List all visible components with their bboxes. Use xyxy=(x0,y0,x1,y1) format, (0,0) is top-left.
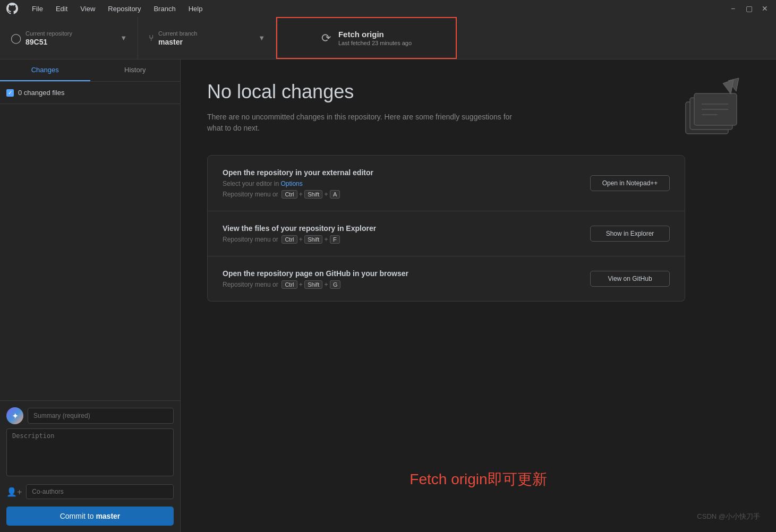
show-explorer-card: View the files of your repository in Exp… xyxy=(207,211,685,256)
view-github-title: Open the repository page on GitHub in yo… xyxy=(223,269,408,278)
branch-icon: ⑂ xyxy=(149,33,154,43)
view-github-card: Open the repository page on GitHub in yo… xyxy=(207,256,685,302)
open-editor-text: Open the repository in your external edi… xyxy=(223,168,373,198)
minimize-button[interactable]: − xyxy=(728,4,738,13)
annotation-text: Fetch origin即可更新 xyxy=(410,469,547,490)
menu-file[interactable]: File xyxy=(27,3,48,15)
open-editor-desc: Select your editor in Options xyxy=(223,180,373,187)
main-content: No local changes There are no uncommitte… xyxy=(181,59,776,532)
close-button[interactable]: ✕ xyxy=(760,4,770,13)
repo-name: 89C51 xyxy=(25,38,72,46)
commit-button[interactable]: Commit to master xyxy=(6,507,174,526)
description-input[interactable] xyxy=(6,428,174,476)
repo-dropdown-icon: ▼ xyxy=(120,34,127,42)
tab-history[interactable]: History xyxy=(90,59,181,81)
github-logo-icon xyxy=(6,3,18,14)
file-list xyxy=(0,104,180,400)
action-cards: Open the repository in your external edi… xyxy=(207,155,685,302)
select-all-checkbox[interactable] xyxy=(6,89,14,97)
commit-form-row: ✦ xyxy=(6,407,174,424)
avatar-symbol: ✦ xyxy=(12,411,19,421)
shift-key: Shift xyxy=(304,190,322,199)
ctrl-key-3: Ctrl xyxy=(282,280,297,289)
illustration xyxy=(670,75,744,139)
show-explorer-shortcut: Repository menu or Ctrl + Shift + F xyxy=(223,236,376,243)
open-editor-title: Open the repository in your external edi… xyxy=(223,168,373,177)
sidebar: Changes History 0 changed files ✦ 👤+ xyxy=(0,59,181,532)
toolbar: ◯ Current repository 89C51 ▼ ⑂ Current b… xyxy=(0,17,776,59)
person-add-icon: 👤+ xyxy=(6,487,22,497)
open-editor-card: Open the repository in your external edi… xyxy=(207,155,685,211)
view-github-shortcut: Repository menu or Ctrl + Shift + G xyxy=(223,281,408,288)
open-editor-shortcut: Repository menu or Ctrl + Shift + A xyxy=(223,191,373,198)
co-author-row: 👤+ xyxy=(6,482,174,501)
changed-files-header: 0 changed files xyxy=(0,82,180,104)
refresh-icon: ⟳ xyxy=(321,31,331,45)
open-in-editor-button[interactable]: Open in Notepad++ xyxy=(590,175,670,191)
branch-label: Current branch xyxy=(158,30,197,37)
commit-area: ✦ 👤+ Commit to master xyxy=(0,400,180,532)
fetch-text: Fetch origin Last fetched 23 minutes ago xyxy=(338,30,412,46)
branch-dropdown-icon: ▼ xyxy=(258,34,265,42)
options-link[interactable]: Options xyxy=(280,180,302,187)
branch-name: master xyxy=(158,38,197,46)
show-in-explorer-button[interactable]: Show in Explorer xyxy=(590,226,670,242)
current-branch-section[interactable]: ⑂ Current branch master ▼ xyxy=(138,17,276,59)
fetch-title: Fetch origin xyxy=(338,30,412,39)
user-avatar: ✦ xyxy=(6,407,23,424)
repo-label: Current repository xyxy=(25,30,72,37)
g-key: G xyxy=(330,280,341,289)
tab-changes[interactable]: Changes xyxy=(0,59,90,81)
summary-input[interactable] xyxy=(28,408,174,424)
maximize-button[interactable]: ▢ xyxy=(744,4,754,13)
title-bar-left: File Edit View Repository Branch Help xyxy=(6,3,208,15)
commit-button-prefix: Commit to xyxy=(60,512,96,520)
repo-icon: ◯ xyxy=(11,32,21,44)
co-author-input[interactable] xyxy=(26,484,174,499)
watermark: CSDN @小小快刀手 xyxy=(697,512,760,521)
f-key: F xyxy=(330,235,340,244)
a-key: A xyxy=(330,190,340,199)
ctrl-key: Ctrl xyxy=(282,190,297,199)
view-github-text: Open the repository page on GitHub in yo… xyxy=(223,269,408,288)
shift-key-3: Shift xyxy=(304,280,322,289)
current-repo-section[interactable]: ◯ Current repository 89C51 ▼ xyxy=(0,17,138,59)
view-on-github-button[interactable]: View on GitHub xyxy=(590,271,670,287)
sidebar-tabs: Changes History xyxy=(0,59,180,82)
fetch-origin-section[interactable]: ⟳ Fetch origin Last fetched 23 minutes a… xyxy=(276,17,457,59)
fetch-subtitle: Last fetched 23 minutes ago xyxy=(338,40,412,46)
menu-edit[interactable]: Edit xyxy=(50,3,73,15)
main-area: Changes History 0 changed files ✦ 👤+ xyxy=(0,59,776,532)
no-changes-title: No local changes xyxy=(207,81,749,103)
menu-branch[interactable]: Branch xyxy=(148,3,181,15)
shift-key-2: Shift xyxy=(304,235,322,244)
menu-view[interactable]: View xyxy=(75,3,100,15)
ctrl-key-2: Ctrl xyxy=(282,235,297,244)
show-explorer-title: View the files of your repository in Exp… xyxy=(223,224,376,233)
changed-files-label: 0 changed files xyxy=(18,89,64,97)
title-bar-controls: − ▢ ✕ xyxy=(728,4,770,13)
title-bar: File Edit View Repository Branch Help − … xyxy=(0,0,776,17)
no-changes-subtitle: There are no uncommitted changes in this… xyxy=(207,111,515,134)
menu-bar: File Edit View Repository Branch Help xyxy=(27,3,208,15)
menu-repository[interactable]: Repository xyxy=(103,3,146,15)
commit-button-branch: master xyxy=(96,512,120,520)
show-explorer-text: View the files of your repository in Exp… xyxy=(223,224,376,243)
menu-help[interactable]: Help xyxy=(183,3,208,15)
